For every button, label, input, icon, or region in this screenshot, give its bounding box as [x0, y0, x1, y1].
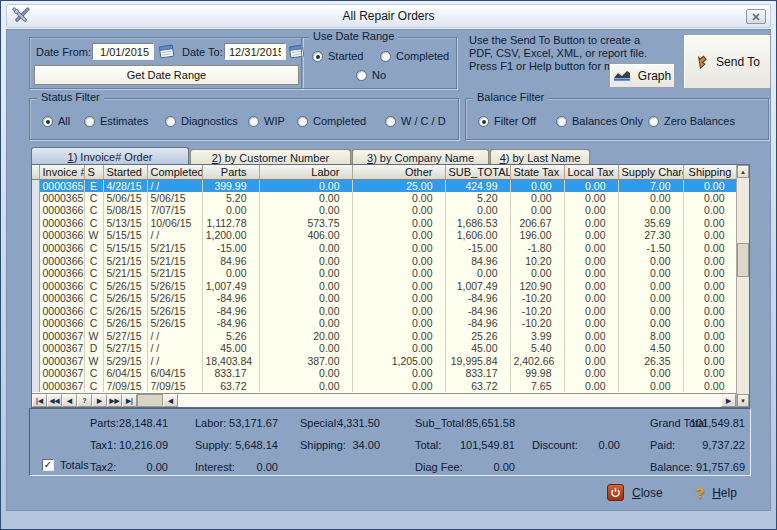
- radio-use-date-range-no[interactable]: No: [356, 69, 386, 81]
- radio-status-wip[interactable]: WIP: [248, 115, 285, 127]
- get-date-range-button[interactable]: Get Date Range: [34, 65, 299, 85]
- radio-status-all[interactable]: All: [42, 115, 70, 127]
- column-header-Parts[interactable]: Parts: [202, 165, 259, 179]
- radio-status-completed[interactable]: Completed: [297, 115, 366, 127]
- scroll-left-button[interactable]: ◀: [163, 394, 178, 407]
- cell: 0.00: [259, 380, 352, 393]
- radio-dot: [380, 51, 391, 62]
- table-row[interactable]: 00003674C7/09/157/09/1563.720.000.0063.7…: [32, 380, 736, 393]
- total-value: 0.00: [599, 439, 620, 451]
- radio-dot: [248, 116, 259, 127]
- nav-next-page-button[interactable]: ▶▶: [107, 394, 122, 407]
- graph-icon: [613, 69, 631, 82]
- table-row[interactable]: 00003669C5/26/155/26/15-84.960.000.00-84…: [32, 317, 736, 330]
- totals-checkbox-row[interactable]: ✓ Totals: [42, 459, 89, 471]
- tab-2[interactable]: 2) by Customer Number: [190, 149, 351, 165]
- vertical-scroll-thumb[interactable]: [737, 243, 749, 277]
- radio-use-date-range-completed[interactable]: Completed: [380, 50, 449, 62]
- nav-prior-page-button[interactable]: ◀◀: [47, 394, 62, 407]
- cell: 0.00: [510, 179, 564, 192]
- total-value: 4,331.50: [337, 417, 380, 429]
- radio-balance-balances-only[interactable]: Balances Only: [556, 115, 643, 127]
- cell: C: [84, 267, 103, 280]
- radio-label: No: [372, 69, 386, 81]
- nav-prior-button[interactable]: ◀: [62, 394, 77, 407]
- nav-next-button[interactable]: ▶: [92, 394, 107, 407]
- cell: 0.00: [564, 204, 618, 217]
- table-row[interactable]: 00003665C5/21/155/21/150.000.000.000.000…: [32, 267, 736, 280]
- date-from-field[interactable]: [92, 43, 154, 60]
- cell: 63.72: [202, 380, 259, 393]
- scroll-up-button[interactable]: ▲: [737, 165, 749, 178]
- tab-3[interactable]: 3) by Company Name: [352, 149, 489, 165]
- cell: 1,007.49: [445, 279, 510, 292]
- column-header-Started[interactable]: Started: [103, 165, 147, 179]
- nav-first-button[interactable]: |◀: [32, 394, 47, 407]
- table-row[interactable]: 00003673C6/04/156/04/15833.170.000.00833…: [32, 367, 736, 380]
- total-value: 9,737.22: [702, 439, 745, 451]
- nav-last-button[interactable]: ▶|: [122, 394, 137, 407]
- table-row[interactable]: 00003660C5/08/157/07/150.000.000.000.000…: [32, 204, 736, 217]
- cell: 833.17: [202, 367, 259, 380]
- table-row[interactable]: 00003668C5/26/155/26/15-84.960.000.00-84…: [32, 304, 736, 317]
- nav-refresh-button[interactable]: ?: [77, 394, 92, 407]
- cell: C: [84, 254, 103, 267]
- table-row[interactable]: 00003667C5/26/155/26/15-84.960.000.00-84…: [32, 292, 736, 305]
- help-question-icon: ?: [695, 484, 704, 501]
- date-to-field[interactable]: [224, 43, 286, 60]
- close-window-button[interactable]: [746, 9, 766, 24]
- help-button[interactable]: ? Help: [695, 484, 737, 501]
- column-header-Completed[interactable]: Completed: [147, 165, 202, 179]
- vertical-scrollbar[interactable]: ▲ ▼: [736, 165, 749, 407]
- radio-status-w-c-d[interactable]: W / C / D: [385, 115, 446, 127]
- close-button[interactable]: Close: [607, 484, 663, 501]
- column-header-Labor[interactable]: Labor: [259, 165, 352, 179]
- horizontal-scroll-track[interactable]: [178, 394, 721, 407]
- calendar-icon[interactable]: [158, 42, 176, 60]
- column-header-S[interactable]: S: [84, 165, 103, 179]
- radio-balance-filter-off[interactable]: Filter Off: [478, 115, 536, 127]
- table-row[interactable]: 00003663C5/15/155/21/15-15.000.000.00-15…: [32, 242, 736, 255]
- cell: 424.99: [445, 179, 510, 192]
- radio-balance-zero-balances[interactable]: Zero Balances: [648, 115, 735, 127]
- column-header-State Tax[interactable]: State Tax: [510, 165, 564, 179]
- radio-status-estimates[interactable]: Estimates: [84, 115, 148, 127]
- column-header-SUB_TOTAL[interactable]: SUB_TOTAL: [445, 165, 510, 179]
- status-filter-group: Status Filter AllEstimatesDiagnosticsWIP…: [29, 98, 459, 140]
- table-row[interactable]: 00003670W5/27/15/ /5.2620.000.0025.263.9…: [32, 330, 736, 343]
- table-row[interactable]: 00003661C5/13/1510/06/151,112.78573.750.…: [32, 217, 736, 230]
- cell: 0.00: [352, 367, 445, 380]
- cell: 0.00: [352, 317, 445, 330]
- table-row[interactable]: 00003671D5/27/15/ /45.000.000.0045.005.4…: [32, 342, 736, 355]
- cell: 00003668: [39, 304, 84, 317]
- cell: 196.00: [510, 229, 564, 242]
- graph-button-label: Graph: [638, 69, 671, 83]
- radio-use-date-range-started[interactable]: Started: [312, 50, 363, 62]
- table-row[interactable]: 00003662W5/15/15/ /1,200.00406.000.001,6…: [32, 229, 736, 242]
- tab-1[interactable]: 1) Invoice# Order: [31, 147, 189, 165]
- table-row[interactable]: 00003666C5/26/155/26/151,007.490.000.001…: [32, 279, 736, 292]
- totals-checkbox[interactable]: ✓: [42, 459, 54, 471]
- scroll-down-button[interactable]: ▼: [737, 394, 749, 407]
- table-row[interactable]: 00003658E4/28/15/ /399.990.0025.00424.99…: [32, 179, 736, 192]
- cell: C: [84, 242, 103, 255]
- column-header-Other[interactable]: Other: [352, 165, 445, 179]
- cell: 00003671: [39, 342, 84, 355]
- column-header-Shipping[interactable]: Shipping: [683, 165, 736, 179]
- scroll-right-button[interactable]: ▶: [721, 394, 736, 407]
- table-row[interactable]: 00003659C5/06/155/06/155.200.000.005.200…: [32, 192, 736, 205]
- send-to-button[interactable]: Send To: [683, 34, 771, 89]
- row-indicator: [32, 292, 39, 305]
- table-row[interactable]: 00003672W5/29/15/ /18,403.84387.001,205.…: [32, 355, 736, 368]
- cell: 0.00: [352, 342, 445, 355]
- horizontal-scroll-thumb[interactable]: [137, 394, 163, 407]
- cell: 26.35: [618, 355, 683, 368]
- radio-status-diagnostics[interactable]: Diagnostics: [165, 115, 238, 127]
- table-row[interactable]: 00003664C5/21/155/21/1584.960.000.0084.9…: [32, 254, 736, 267]
- graph-button[interactable]: Graph: [609, 63, 675, 88]
- tab-4[interactable]: 4) by Last Name: [490, 149, 590, 165]
- column-header-Supply Charge[interactable]: Supply Charge: [618, 165, 683, 179]
- column-header-Invoice #[interactable]: Invoice #: [39, 165, 84, 179]
- column-header-Local Tax[interactable]: Local Tax: [564, 165, 618, 179]
- total-label-balance-: Balance:: [650, 461, 693, 473]
